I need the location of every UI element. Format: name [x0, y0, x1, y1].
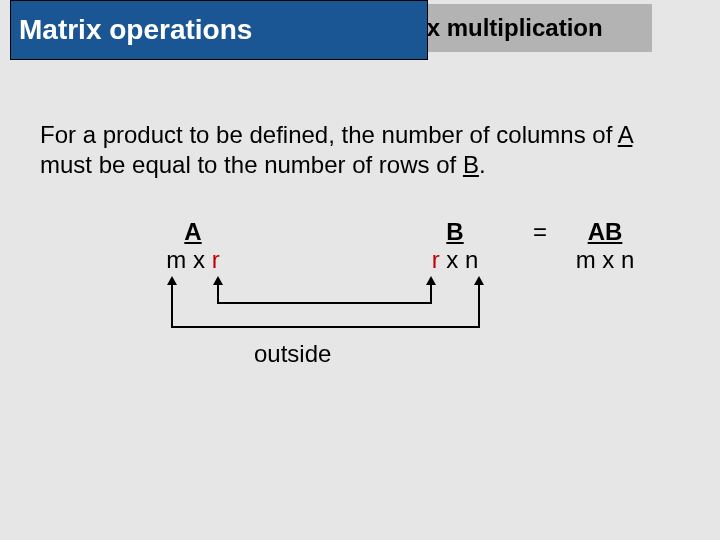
matrix-A: A m x r: [158, 218, 228, 273]
matrix-B: B r x n: [420, 218, 490, 273]
matrix-A-name: A: [184, 218, 201, 245]
dimension-diagram: A m x r B r x n = AB m x n outside: [0, 218, 720, 418]
header-title-box: Matrix operations: [10, 0, 428, 60]
matrix-B-x: x: [440, 246, 465, 273]
matrix-A-r: r: [212, 246, 220, 273]
outside-label: outside: [254, 340, 331, 368]
header-title: Matrix operations: [19, 14, 252, 46]
matrix-A-m: m: [166, 246, 186, 273]
matrix-B-n: n: [465, 246, 478, 273]
body-text-a: For a product to be defined, the number …: [40, 121, 618, 148]
body-A: A: [618, 121, 633, 148]
inner-hline: [217, 302, 432, 304]
arrow-B-r: [426, 276, 436, 285]
outer-vline-left: [171, 284, 173, 326]
matrix-A-x: x: [186, 246, 211, 273]
matrix-AB-x: x: [596, 246, 621, 273]
outer-hline: [171, 326, 480, 328]
matrix-AB-n: n: [621, 246, 634, 273]
body-paragraph: For a product to be defined, the number …: [40, 120, 680, 180]
slide-header: Matrix multiplication Matrix operations: [0, 0, 720, 66]
body-text-c: must be equal to the number of rows of: [40, 151, 463, 178]
matrix-B-r: r: [432, 246, 440, 273]
body-text-e: .: [479, 151, 486, 178]
outer-vline-right: [478, 284, 480, 326]
body-B: B: [463, 151, 479, 178]
matrix-AB-m: m: [576, 246, 596, 273]
inner-vline-right: [430, 284, 432, 302]
matrix-AB-name: AB: [588, 218, 623, 245]
equals-sign: =: [533, 218, 547, 246]
inner-vline-left: [217, 284, 219, 302]
matrix-B-name: B: [446, 218, 463, 245]
matrix-AB: AB m x n: [566, 218, 644, 273]
